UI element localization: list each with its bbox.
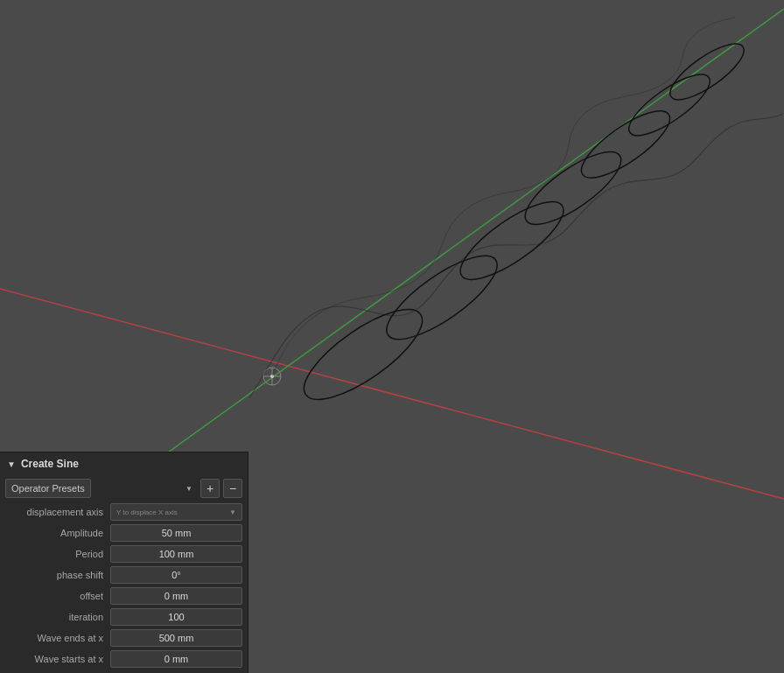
add-preset-button[interactable]: +: [200, 479, 220, 498]
displacement-axis-text: Y to displace X axis: [116, 508, 178, 516]
offset-label: offset: [5, 591, 110, 601]
amplitude-label: Amplitude: [5, 528, 110, 538]
control-panel: ▼ Create Sine Operator Presets + − displ…: [0, 452, 248, 673]
field-row-displacement-axis: displacement axis Y to displace X axis ▼: [0, 501, 248, 522]
wave-ends-x-value[interactable]: 500 mm: [110, 629, 242, 647]
field-row-amplitude: Amplitude 50 mm: [0, 522, 248, 543]
field-row-period: Period 100 mm: [0, 543, 248, 564]
amplitude-value[interactable]: 50 mm: [110, 524, 242, 542]
remove-preset-button[interactable]: −: [223, 479, 242, 498]
displacement-axis-arrow: ▼: [229, 508, 236, 516]
wave-starts-x-value[interactable]: 0 mm: [110, 650, 242, 668]
wave-ends-x-label: Wave ends at x: [5, 633, 110, 643]
offset-value[interactable]: 0 mm: [110, 587, 242, 605]
field-row-wave-starts-x: Wave starts at x 0 mm: [0, 648, 248, 669]
wave-starts-x-label: Wave starts at x: [5, 654, 110, 664]
field-row-iteration: iteration 100: [0, 606, 248, 627]
displacement-axis-value[interactable]: Y to displace X axis ▼: [110, 503, 242, 521]
panel-collapse-arrow: ▼: [7, 459, 16, 469]
field-row-offset: offset 0 mm: [0, 585, 248, 606]
field-row-wave-ends-x: Wave ends at x 500 mm: [0, 627, 248, 648]
iteration-value[interactable]: 100: [110, 608, 242, 626]
panel-title: Create Sine: [21, 458, 79, 470]
phase-shift-value[interactable]: 0°: [110, 566, 242, 584]
phase-shift-label: phase shift: [5, 570, 110, 580]
field-row-phase-shift: phase shift 0°: [0, 564, 248, 585]
operator-presets-dropdown[interactable]: Operator Presets: [5, 479, 91, 498]
presets-dropdown-wrapper: Operator Presets: [5, 479, 197, 498]
period-value[interactable]: 100 mm: [110, 545, 242, 563]
period-label: Period: [5, 549, 110, 559]
panel-header[interactable]: ▼ Create Sine: [0, 452, 248, 475]
displacement-axis-label: displacement axis: [5, 507, 110, 517]
iteration-label: iteration: [5, 612, 110, 622]
presets-row: Operator Presets + −: [0, 475, 248, 501]
